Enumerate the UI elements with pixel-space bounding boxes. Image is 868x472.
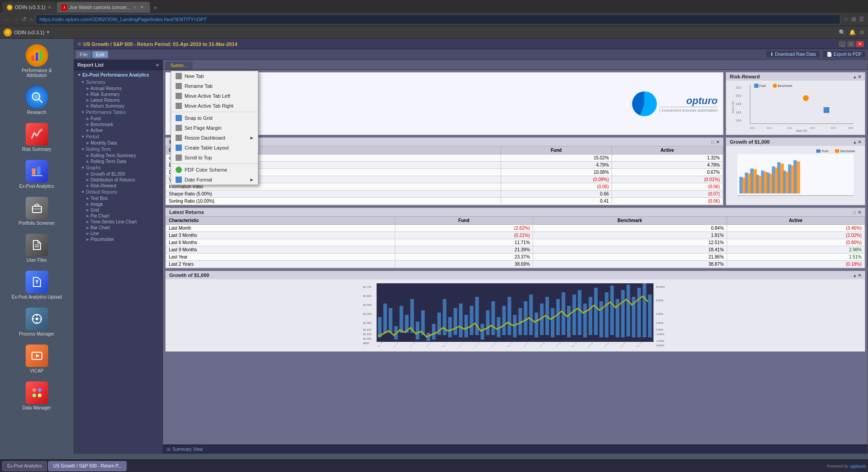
tree-leaf-fund[interactable]: ▶ Fund: [79, 116, 163, 122]
bookmark-icon[interactable]: ⊞: [851, 16, 856, 23]
app-title: ODIN (v3.3.1): [14, 30, 45, 35]
risk-reward-close[interactable]: ✕: [858, 74, 861, 79]
menu-item-moveleft[interactable]: Move Active Tab Left: [171, 91, 258, 101]
address-input[interactable]: [36, 14, 841, 24]
sidebar-item-vicap[interactable]: VICAP: [8, 343, 66, 375]
growth1000-bottom-close[interactable]: ✕: [858, 273, 861, 278]
sidebar-item-expost[interactable]: Ex-Post Analytics: [8, 158, 66, 191]
tree-subgroup-perftables[interactable]: ▼ Performance Tables: [79, 109, 163, 116]
menu-item-createtable[interactable]: Create Table Layout: [171, 143, 258, 153]
tree-leaf-rolling-summary[interactable]: ▶ Rolling Term Summary: [79, 153, 163, 159]
tree-leaf-growth1000[interactable]: ▶ Growth of $1,000: [79, 171, 163, 177]
tree-leaf-grid[interactable]: ▶ Grid: [79, 207, 163, 213]
edit-menu-btn[interactable]: Edit: [92, 51, 108, 58]
tree-leaf-risk-reward[interactable]: ▶ Risk-Reward: [79, 183, 163, 189]
star-icon[interactable]: ☆: [843, 16, 849, 23]
menu-item-moveright[interactable]: Move Active Tab Right: [171, 101, 258, 111]
growth1000-right-collapse[interactable]: ▴: [854, 140, 856, 145]
tree-leaf-placeholder[interactable]: ▶ Placeholder: [79, 236, 163, 242]
tree-leaf-image[interactable]: ▶ Image: [79, 201, 163, 207]
menu-item-renametab[interactable]: Rename Tab: [171, 81, 258, 91]
tab-joe-walsh[interactable]: J Joe Walsh cancels concer... ✕ ▼: [57, 2, 150, 13]
sidebar-item-process[interactable]: Process Manager: [8, 306, 66, 338]
sidebar-risk-label: Risk Summary: [22, 147, 51, 152]
tree-leaf-piechart[interactable]: ▶ Pie Chart: [79, 213, 163, 219]
export-pdf-btn[interactable]: 📄Export to PDF: [823, 51, 865, 58]
menu-item-snaptogrid[interactable]: Snap to Grid: [171, 113, 258, 123]
sidebar-item-userfiles[interactable]: User Files: [8, 232, 66, 264]
tab-odin-close[interactable]: ✕: [48, 5, 51, 10]
panel-collapse-btn[interactable]: «: [156, 62, 159, 68]
back-btn[interactable]: ←: [4, 16, 10, 23]
tree-subgroup-period[interactable]: ▼ Period: [79, 133, 163, 140]
svg-rect-101: [448, 317, 452, 337]
userfiles-icon: [31, 239, 43, 251]
summary-tab[interactable]: Summ...: [165, 62, 193, 69]
taskbar: Ex-Post Analytics US Growth / S&P 500 - …: [0, 459, 868, 472]
settings-icon[interactable]: ☰: [859, 16, 864, 23]
tree-leaf-latest-returns[interactable]: ▶ Latest Returns: [79, 97, 163, 103]
left-sidebar: Performance & Attribution Research Risk …: [0, 39, 73, 454]
latest-returns-close[interactable]: ✕: [858, 210, 861, 215]
tree-subgroup-rollingterm[interactable]: ▼ Rolling Term: [79, 146, 163, 153]
tree-group-header-expost[interactable]: ▼ Ex-Post Performance Analytics: [74, 71, 163, 79]
tree-leaf-textbox[interactable]: ▶ Text Box: [79, 195, 163, 201]
risk-reward-collapse[interactable]: ▴: [854, 74, 856, 79]
settings-app-icon[interactable]: ⚙: [859, 29, 864, 36]
svg-point-18: [38, 388, 41, 392]
forward-btn[interactable]: →: [13, 16, 19, 23]
tree-leaf-return-summary[interactable]: ▶ Return Summary: [79, 103, 163, 109]
sidebar-perf-label: Performance & Attribution: [22, 68, 52, 78]
tree-subgroup-graphs[interactable]: ▼ Graphs: [79, 164, 163, 171]
file-menu-btn[interactable]: File: [76, 51, 91, 58]
sidebar-item-upload[interactable]: Ex-Post Analytics Upload: [8, 269, 66, 301]
svg-text:-4.00%: -4.00%: [656, 340, 665, 342]
menu-item-pdfcolor[interactable]: PDF Color Scheme: [171, 165, 258, 175]
menu-item-newtab[interactable]: New Tab: [171, 71, 258, 81]
menu-item-setpagemargin[interactable]: Set Page Margin: [171, 123, 258, 133]
window-close[interactable]: ✕: [856, 41, 864, 47]
download-raw-btn[interactable]: ⬇Download Raw Data: [766, 51, 819, 58]
taskbar-expost-btn[interactable]: Ex-Post Analytics: [2, 461, 47, 471]
notification-icon[interactable]: 🔔: [849, 29, 856, 36]
tree-subgroup-defaultreports[interactable]: ▼ Default Reports: [79, 189, 163, 195]
taskbar-usgrowth-btn[interactable]: US Growth / S&P 500 - Return P...: [48, 461, 127, 471]
new-tab-button[interactable]: +: [151, 3, 160, 13]
tab-joe-close[interactable]: ✕: [133, 5, 136, 10]
sidebar-item-datamanager[interactable]: Data Manager: [8, 380, 66, 412]
growth1000-bottom-collapse[interactable]: ▴: [854, 273, 856, 278]
tree-leaf-rolling-data[interactable]: ▶ Rolling Term Data: [79, 159, 163, 164]
sidebar-item-risk[interactable]: Risk Summary: [8, 121, 66, 154]
tab-odin[interactable]: O ODIN (v3.3.1) ✕: [2, 2, 56, 13]
tree-leaf-line[interactable]: ▶ Line: [79, 231, 163, 236]
sidebar-item-research[interactable]: Research: [8, 84, 66, 117]
tree-leaf-benchmark[interactable]: ▶ Benchmark: [79, 122, 163, 127]
latest-returns-collapse[interactable]: □: [853, 210, 856, 215]
svg-text:Apr-13: Apr-13: [571, 341, 578, 348]
tree-leaf-risk-summary[interactable]: ▶ Risk Summary: [79, 91, 163, 97]
menu-item-scrolltop[interactable]: Scroll to Top: [171, 153, 258, 163]
tree-leaf-barchart[interactable]: ▶ Bar Chart: [79, 225, 163, 231]
tree-subgroup-summary[interactable]: ▼ Summary: [79, 79, 163, 86]
growth1000-right-close[interactable]: ✕: [858, 140, 861, 145]
refresh-btn[interactable]: ↺: [22, 16, 27, 23]
tree-leaf-distribution[interactable]: ▶ Distribution of Returns: [79, 177, 163, 183]
tree-leaf-monthly[interactable]: ▶ Monthly Data: [79, 140, 163, 146]
search-icon[interactable]: 🔍: [839, 29, 845, 36]
menu-divider-1: [171, 112, 258, 112]
window-maximize[interactable]: □: [847, 41, 854, 47]
svg-rect-63: [770, 174, 773, 193]
sidebar-item-portfolio[interactable]: Portfolio Screener: [8, 195, 66, 227]
menu-item-dateformat[interactable]: Date Format ▶: [171, 175, 258, 185]
tree-leaf-timeseries[interactable]: ▶ Time-Series Line Chart: [79, 219, 163, 225]
home-btn[interactable]: ⌂: [29, 16, 33, 23]
menu-item-resizedash[interactable]: Resize Dashboard ▶: [171, 133, 258, 143]
svg-text:$1,400: $1,400: [363, 313, 372, 315]
risk-summary-collapse[interactable]: □: [711, 140, 714, 145]
risk-summary-close[interactable]: ✕: [716, 140, 719, 145]
window-minimize[interactable]: _: [839, 41, 846, 47]
sidebar-item-performance[interactable]: Performance & Attribution: [8, 42, 66, 80]
tree-leaf-annual-returns[interactable]: ▶ Annual Returns: [79, 86, 163, 91]
tree-leaf-active[interactable]: ▶ Active: [79, 127, 163, 133]
app-arrow[interactable]: ▼: [46, 30, 50, 35]
